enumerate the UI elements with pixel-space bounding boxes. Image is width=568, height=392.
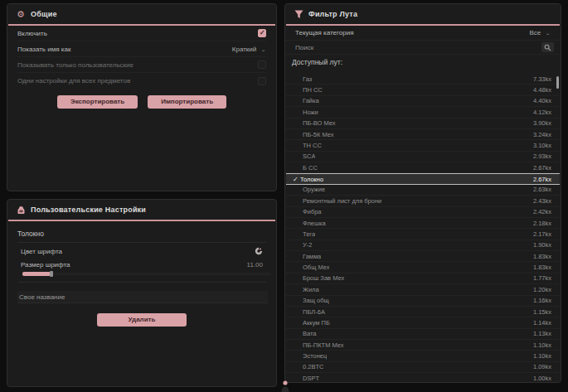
loot-list-item[interactable]: Ножи 4.12kx bbox=[286, 107, 560, 118]
loot-list-item[interactable]: Б СС 2.67kx bbox=[286, 162, 560, 173]
loot-list-item[interactable]: Эстонец 1.10kx bbox=[286, 351, 560, 361]
panel-custom-settings-title: Пользовательские Настройки bbox=[31, 206, 146, 214]
loot-item-value: 1.14kx bbox=[533, 319, 551, 327]
loot-item-name: ПН СС bbox=[303, 86, 323, 94]
font-settings-group: Цвет шрифта Размер шрифта 11.00 bbox=[17, 242, 266, 283]
loot-item-value: 4.12kx bbox=[533, 109, 551, 116]
enable-checkbox[interactable] bbox=[258, 29, 266, 37]
name-mode-dropdown[interactable]: Краткий ⌄ bbox=[232, 46, 266, 53]
loot-item-name: ПБ-5К Мех bbox=[303, 131, 334, 138]
loot-item-value: 7.33kx bbox=[533, 75, 551, 83]
loot-item-value: 2.43kx bbox=[533, 197, 551, 205]
search-icon[interactable] bbox=[541, 42, 554, 52]
loot-list-item[interactable]: ПБЛ-6А 1.15kx bbox=[286, 307, 560, 317]
available-loot-label: Доступный лут: bbox=[285, 55, 561, 68]
loot-item-name: Брош Зав Мех bbox=[303, 274, 344, 282]
loot-list-item[interactable]: Гайка 4.40kx bbox=[286, 96, 560, 107]
loot-list-item[interactable]: Вата 1.13kx bbox=[286, 329, 560, 340]
loot-list-item[interactable]: ПБ-ВО Мех 3.90kx bbox=[286, 119, 560, 129]
loot-item-name: Общ Мех bbox=[303, 264, 329, 271]
loot-item-value: 1.77kx bbox=[533, 274, 551, 282]
font-size-label: Размер шрифта bbox=[21, 261, 70, 269]
loot-item-name: Тега bbox=[303, 230, 315, 238]
list-scrollbar-thumb[interactable] bbox=[556, 76, 559, 89]
loot-item-name: У-2 bbox=[303, 241, 312, 249]
custom-name-input[interactable] bbox=[17, 291, 268, 303]
loot-item-name: ТН СС bbox=[303, 142, 322, 149]
loot-list-item[interactable]: 0.2BTC 1.09kx bbox=[286, 362, 560, 373]
loot-list-item[interactable]: DSPT 1.00kx bbox=[286, 373, 560, 381]
loot-list-item[interactable]: Гамма 1.83kx bbox=[286, 251, 560, 262]
selected-check-icon: ✓ bbox=[293, 176, 300, 183]
import-button[interactable]: Импортировать bbox=[148, 95, 226, 109]
slider-handle[interactable] bbox=[50, 271, 53, 277]
category-dropdown[interactable]: Все ⌄ bbox=[530, 29, 551, 36]
category-value: Все bbox=[530, 29, 541, 36]
loot-list-item[interactable]: Фибра 2.42kx bbox=[286, 207, 560, 218]
export-button[interactable]: Экспортировать bbox=[57, 95, 138, 109]
loot-item-value: 3.90kx bbox=[533, 119, 551, 127]
single-settings-checkbox[interactable] bbox=[258, 77, 266, 85]
panel-loot-filter: Фильтр Лута Текущая категория Все ⌄ Дост… bbox=[284, 3, 561, 383]
loot-item-name: Ножи bbox=[303, 109, 318, 116]
loot-item-value: 3.10kx bbox=[533, 142, 551, 149]
loot-list-item[interactable]: ПБ-ПКТМ Мех 1.10kx bbox=[286, 340, 560, 351]
loot-item-value: 3.24kx bbox=[533, 131, 551, 138]
panel-loot-filter-header: Фильтр Лута bbox=[285, 4, 561, 24]
loot-list-item[interactable]: Брош Зав Мех 1.77kx bbox=[286, 273, 560, 284]
loot-list-item[interactable]: ТН СС 3.10kx bbox=[286, 140, 560, 151]
panel-general: ⚙ Общие Включить Показать имя как Кратки… bbox=[7, 3, 277, 191]
loot-list-item[interactable]: Жила 1.20kx bbox=[286, 284, 560, 295]
loot-list-item[interactable]: Газ 7.33kx bbox=[286, 74, 560, 85]
chevron-down-icon: ⌄ bbox=[545, 30, 551, 36]
loot-item-name: 0.2BTC bbox=[303, 363, 323, 370]
panel-general-title: Общие bbox=[31, 10, 57, 18]
search-input[interactable] bbox=[295, 44, 541, 51]
loot-list-item[interactable]: Защ общ 1.16kx bbox=[286, 296, 560, 307]
loot-item-name: Б СС bbox=[303, 164, 318, 172]
loot-item-value: 1.90kx bbox=[533, 241, 551, 249]
loot-item-name: SCA bbox=[303, 152, 315, 160]
delete-button[interactable]: Удалить bbox=[97, 313, 187, 327]
loot-list-item[interactable]: Аккум ПБ 1.14kx bbox=[286, 317, 560, 328]
custom-only-checkbox[interactable] bbox=[258, 60, 266, 69]
loot-list-item[interactable]: Общ Мех 1.83kx bbox=[286, 262, 560, 273]
loot-item-name: Аккум ПБ bbox=[303, 319, 330, 327]
loot-list-item[interactable]: SCA 2.93kx bbox=[286, 152, 560, 162]
panel-custom-settings-header: Пользовательские Настройки bbox=[7, 200, 276, 220]
loot-item-value: 2.93kx bbox=[533, 152, 551, 160]
loot-list-item[interactable]: Тега 2.17kx bbox=[286, 229, 560, 240]
name-mode-value: Краткий bbox=[232, 46, 256, 53]
loot-item-name: Жила bbox=[303, 286, 319, 293]
loot-item-value: 1.15kx bbox=[533, 308, 551, 316]
selected-item-group-label: Толокно bbox=[7, 221, 276, 242]
loot-list-item[interactable]: ✓ Толокно 2.67kx bbox=[286, 173, 560, 184]
loot-list: Газ 7.33kx ПН СС 4.48kx Гайка 4.40kx Нож… bbox=[286, 74, 560, 381]
loot-item-name: Вата bbox=[303, 330, 317, 337]
enable-label: Включить bbox=[17, 30, 47, 37]
loot-item-value: 4.48kx bbox=[533, 86, 551, 94]
loot-item-value: 1.13kx bbox=[533, 330, 551, 337]
category-row: Текущая категория Все ⌄ bbox=[285, 26, 561, 41]
loot-item-value: 1.20kx bbox=[533, 286, 551, 293]
loot-item-value: 2.63kx bbox=[533, 186, 551, 193]
mini-character-icon bbox=[280, 380, 290, 392]
loot-list-item[interactable]: У-2 1.90kx bbox=[286, 240, 560, 251]
loot-item-name: Фибра bbox=[303, 208, 322, 215]
font-size-row: Размер шрифта 11.00 bbox=[21, 258, 263, 271]
loot-list-item[interactable]: Оружие 2.63kx bbox=[286, 185, 560, 196]
loot-list-item[interactable]: ПН СС 4.48kx bbox=[286, 85, 560, 95]
loot-item-name: Флешка bbox=[303, 220, 326, 227]
font-size-value: 11.00 bbox=[247, 261, 263, 269]
loot-list-item[interactable]: Флешка 2.18kx bbox=[286, 218, 560, 229]
color-palette-icon[interactable] bbox=[255, 244, 263, 259]
setting-row-name-mode: Показать имя как Краткий ⌄ bbox=[17, 41, 266, 57]
setting-row-enable: Включить bbox=[17, 26, 266, 41]
loot-list-item[interactable]: Ремонтный лист для брони 2.43kx bbox=[286, 196, 560, 206]
font-color-row: Цвет шрифта bbox=[21, 244, 263, 258]
loot-list-item[interactable]: ПБ-5К Мех 3.24kx bbox=[286, 129, 560, 140]
loot-item-name: Защ общ bbox=[303, 297, 329, 304]
loot-item-value: 2.42kx bbox=[533, 208, 551, 215]
loot-item-name: Газ bbox=[303, 75, 312, 83]
font-size-slider[interactable] bbox=[22, 272, 271, 277]
